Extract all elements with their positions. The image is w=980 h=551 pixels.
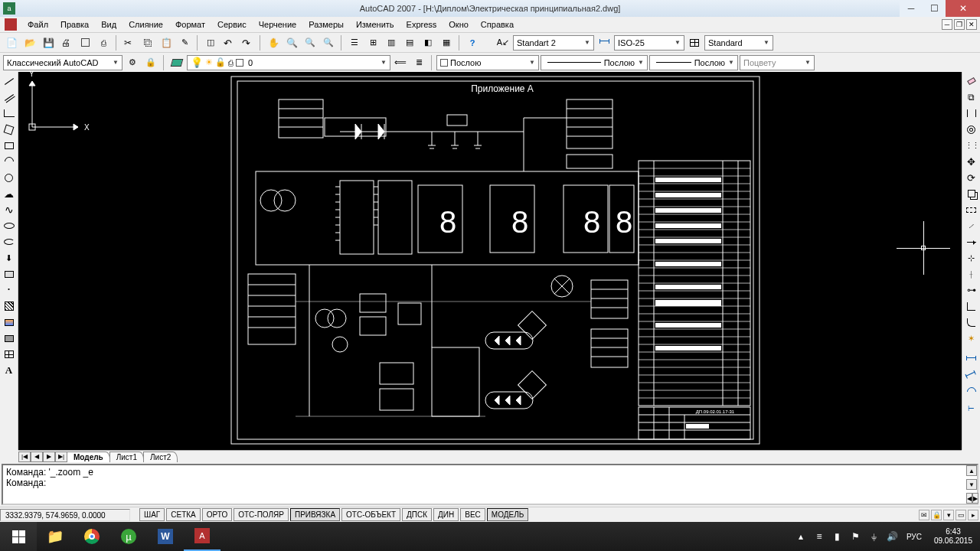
spline-button[interactable]: ∿ (2, 202, 17, 217)
plot-button[interactable] (58, 34, 75, 51)
grid-toggle[interactable]: СЕТКА (166, 508, 201, 521)
table-style-dropdown[interactable]: Standard▼ (704, 35, 773, 51)
cut-button[interactable] (121, 34, 138, 51)
doc-restore-button[interactable]: ❐ (954, 19, 965, 30)
cmd-scroll-down[interactable]: ▼ (966, 479, 977, 490)
zoom-realtime-button[interactable] (283, 34, 300, 51)
tray-settings-icon[interactable]: ▸ (968, 510, 978, 520)
dimstyle-icon[interactable] (596, 34, 612, 51)
menu-dimension[interactable]: Размеры (302, 18, 350, 31)
tray-bluetooth-icon[interactable]: ≡ (812, 530, 826, 543)
menu-view[interactable]: Вид (95, 18, 122, 31)
markup-button[interactable]: ◧ (420, 34, 436, 51)
pan-button[interactable] (265, 34, 282, 51)
ellipse-arc-button[interactable] (2, 234, 17, 249)
minimize-button[interactable]: ─ (900, 0, 923, 17)
line-button[interactable] (2, 73, 17, 89)
plot-preview-button[interactable] (77, 34, 93, 51)
properties-button[interactable]: ☰ (346, 34, 363, 51)
ducs-toggle[interactable]: ДПСК (402, 508, 432, 521)
table-button[interactable] (2, 347, 17, 362)
tab-prev-button[interactable]: ◀ (31, 452, 43, 462)
tablestyle-icon[interactable] (686, 34, 703, 51)
menu-draw[interactable]: Черчение (253, 18, 303, 31)
mtext-button[interactable]: A (2, 363, 17, 378)
ellipse-button[interactable] (2, 218, 17, 233)
save-button[interactable] (40, 34, 57, 51)
menu-format[interactable]: Формат (169, 18, 211, 31)
tray-expand-icon[interactable]: ▴ (794, 530, 808, 543)
new-button[interactable] (3, 34, 20, 51)
publish-button[interactable]: ⎙ (95, 34, 112, 51)
rectangle-button[interactable] (2, 138, 17, 153)
circle-button[interactable] (2, 170, 17, 185)
tray-clock[interactable]: 6:43 09.06.2015 (926, 527, 980, 546)
taskbar-utorrent[interactable]: µ (110, 522, 147, 551)
menu-window[interactable]: Окно (443, 18, 475, 31)
polyline-button[interactable] (2, 106, 17, 121)
block-editor-button[interactable]: ◫ (202, 34, 219, 51)
drawing-area[interactable]: Приложение А (18, 72, 962, 450)
clean-screen-icon[interactable]: ▭ (956, 510, 966, 520)
comm-center-icon[interactable]: ✉ (919, 510, 929, 520)
taskbar-chrome[interactable] (74, 522, 110, 551)
match-props-button[interactable]: ✎ (176, 34, 193, 51)
menu-tools[interactable]: Сервис (211, 18, 253, 31)
tray-volume-icon[interactable]: 🔊 (886, 530, 900, 543)
ortho-toggle[interactable]: ОРТО (202, 508, 232, 521)
tab-last-button[interactable]: ▶| (55, 452, 67, 462)
dim-style-dropdown[interactable]: ISO-25▼ (614, 35, 684, 51)
polar-toggle[interactable]: ОТС-ПОЛЯР (234, 508, 289, 521)
command-window[interactable]: Команда: '_.zoom _e Команда: (2, 464, 978, 505)
construction-line-button[interactable] (2, 90, 17, 105)
tab-model[interactable]: Модель (67, 452, 110, 462)
doc-close-button[interactable]: ✕ (966, 19, 977, 30)
close-button[interactable]: ✕ (946, 0, 980, 17)
taskbar-word[interactable]: W (147, 522, 184, 551)
taskbar-autocad[interactable]: A (184, 522, 220, 551)
undo-button[interactable] (220, 34, 237, 51)
menu-modify[interactable]: Изменить (350, 18, 400, 31)
cmd-scroll-left[interactable]: ◀ (966, 493, 972, 504)
textstyle-brush-icon[interactable]: A↙ (495, 34, 511, 51)
insert-block-button[interactable]: ⬇ (2, 250, 17, 266)
dyn-toggle[interactable]: ДИН (433, 508, 459, 521)
tab-sheet1[interactable]: Лист1 (109, 452, 144, 462)
region-button[interactable] (2, 331, 17, 346)
model-toggle[interactable]: МОДЕЛЬ (487, 508, 528, 521)
lwt-toggle[interactable]: ВЕС (460, 508, 485, 521)
point-button[interactable] (2, 282, 17, 298)
text-style-dropdown[interactable]: Standart 2▼ (513, 35, 594, 51)
open-button[interactable] (21, 34, 38, 51)
redo-button[interactable] (239, 34, 256, 51)
tab-sheet2[interactable]: Лист2 (143, 452, 178, 462)
osnap-toggle[interactable]: ПРИВЯЗКА (290, 508, 340, 521)
tool-palettes-button[interactable]: ▥ (383, 34, 400, 51)
tray-battery-icon[interactable]: ▮ (831, 530, 844, 543)
hatch-button[interactable] (2, 298, 17, 314)
tray-language[interactable]: РУС (904, 530, 924, 543)
lock-status-icon[interactable]: 🔒 (931, 510, 942, 520)
help-button[interactable]: ? (464, 34, 481, 51)
taskbar-explorer[interactable]: 📁 (37, 522, 74, 551)
menu-insert[interactable]: Слияние (122, 18, 169, 31)
snap-toggle[interactable]: ШАГ (139, 508, 165, 521)
revision-cloud-button[interactable]: ☁ (2, 186, 17, 201)
zoom-previous-button[interactable]: 🔍 (320, 34, 337, 51)
app-menu-icon[interactable] (5, 18, 17, 31)
annotation-scale-icon[interactable]: ▾ (943, 510, 954, 520)
menu-express[interactable]: Express (400, 18, 443, 31)
polygon-button[interactable] (2, 122, 17, 137)
arc-button[interactable] (2, 154, 17, 169)
doc-minimize-button[interactable]: ─ (942, 19, 952, 30)
sheet-set-button[interactable]: ▤ (401, 34, 418, 51)
gradient-button[interactable] (2, 315, 17, 330)
tray-flag-icon[interactable]: ⚑ (849, 530, 863, 543)
make-block-button[interactable] (2, 266, 17, 282)
maximize-button[interactable]: ☐ (923, 0, 946, 17)
paste-button[interactable] (158, 34, 175, 51)
cmd-scroll-up[interactable]: ▲ (966, 465, 977, 476)
copy-button[interactable]: ⿻ (139, 34, 156, 51)
tray-network-icon[interactable]: ⏚ (867, 530, 881, 543)
calc-button[interactable]: ▦ (438, 34, 455, 51)
